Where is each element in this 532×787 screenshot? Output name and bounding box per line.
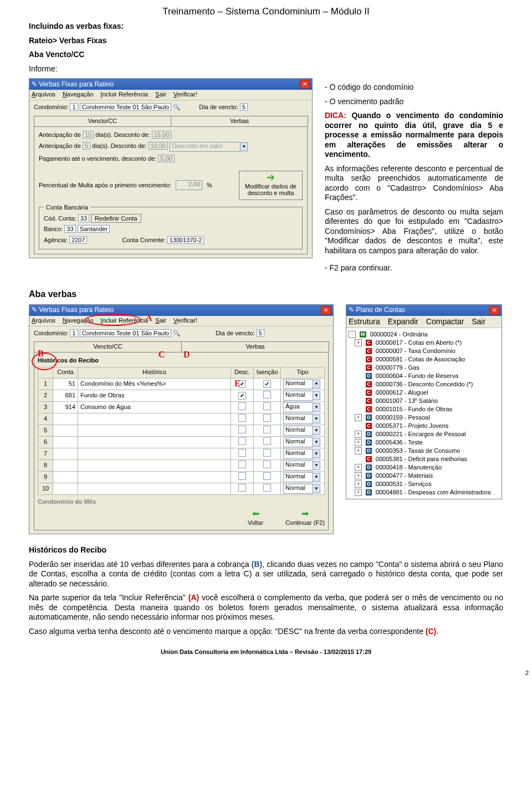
select-tipo[interactable]: Normal▼	[283, 437, 320, 447]
menu-incluir-referencia[interactable]: Incluir Referência	[101, 91, 149, 98]
expand-icon[interactable]: +	[355, 481, 362, 488]
tree-item[interactable]: D 00000604 - Fundo de Reserva	[349, 372, 499, 380]
checkbox-desc[interactable]	[238, 461, 246, 468]
select-tipo[interactable]: Normal▼	[283, 449, 320, 459]
table-row[interactable]: 3914Consumo de AguaÁgua▼	[38, 401, 325, 413]
table-row[interactable]: 5Normal▼	[38, 425, 325, 436]
table-row[interactable]: 4Normal▼	[38, 413, 325, 425]
checkbox-isencao[interactable]	[263, 426, 271, 433]
input-banco-nome[interactable]: Santander	[78, 225, 110, 233]
menu-compactar[interactable]: Compactar	[426, 317, 464, 326]
search-icon[interactable]: 🔍	[173, 330, 181, 336]
tree-item[interactable]: C 00000736 - Desconto Concedido (*)	[349, 380, 499, 389]
input-condominio-code[interactable]: 1	[70, 103, 78, 111]
checkbox-isencao[interactable]	[263, 414, 271, 422]
table-row[interactable]: 7Normal▼	[38, 448, 325, 459]
tab-verbas[interactable]: Verbas	[181, 341, 329, 352]
input-agencia[interactable]: 2207	[69, 236, 87, 244]
button-continuar[interactable]: ➡Continuar (F2)	[285, 508, 325, 527]
expand-icon[interactable]: +	[355, 339, 362, 346]
tree-item[interactable]: + D 00005436 - Teste	[349, 438, 499, 447]
checkbox-desc[interactable]	[238, 472, 246, 480]
tree-item[interactable]: - M 00000024 - Ordinária	[349, 330, 499, 339]
search-icon[interactable]: 🔍	[173, 104, 181, 110]
checkbox-isencao[interactable]	[263, 437, 271, 445]
button-redefinir-conta[interactable]: Redefinir Conta	[91, 214, 141, 223]
menu-verificar[interactable]: Verificar!	[173, 317, 197, 324]
menu-arquivos[interactable]: Arquivos	[32, 91, 55, 98]
input-dia-vencto[interactable]: 5	[240, 103, 248, 111]
checkbox-desc[interactable]	[238, 449, 246, 457]
tree-item[interactable]: + D 00000531 - Serviços	[349, 480, 499, 488]
tree-item[interactable]: + D 00004881 - Despesas com Administrado…	[349, 488, 499, 497]
menu-expandir[interactable]: Expandir	[388, 317, 418, 326]
close-icon[interactable]: ✕	[300, 80, 310, 89]
table-row[interactable]: 6Normal▼	[38, 436, 325, 448]
menu-sair[interactable]: Sair	[472, 317, 485, 326]
checkbox-desc[interactable]	[238, 437, 246, 445]
input-banco-cod[interactable]: 33	[64, 225, 75, 233]
menu-navegacao[interactable]: Navegação	[63, 91, 94, 98]
tree-item[interactable]: C 00000007 - Taxa Condomínio	[349, 347, 499, 355]
checkbox-desc[interactable]	[238, 484, 246, 492]
checkbox-isencao[interactable]	[263, 391, 271, 398]
expand-icon[interactable]: +	[355, 447, 362, 454]
button-voltar[interactable]: ⬅Voltar	[248, 508, 263, 527]
input-dia-vencto[interactable]: 5	[257, 329, 264, 337]
input-condominio-nome[interactable]: Condomínio Teste 01 São Paulo	[80, 103, 172, 111]
menu-sair[interactable]: Sair	[155, 91, 166, 98]
tree-item[interactable]: + D 00000418 - Manutenção	[349, 463, 499, 472]
expand-icon[interactable]: +	[355, 489, 362, 496]
checkbox-isencao[interactable]	[263, 461, 271, 468]
checkbox-isencao[interactable]: ✔	[263, 380, 271, 388]
expand-icon[interactable]: +	[355, 464, 362, 471]
input-condominio-code[interactable]: 1	[70, 329, 78, 337]
button-modificar-desconto-multa[interactable]: ➔ Modificar dados dedesconto e multa	[239, 171, 303, 200]
table-row[interactable]: 8Normal▼	[38, 459, 325, 471]
checkbox-isencao[interactable]	[263, 449, 271, 457]
input-conta-corrente[interactable]: 13001370-2	[167, 236, 204, 244]
tree-item[interactable]: + D 00000477 - Materiais	[349, 472, 499, 480]
checkbox-isencao[interactable]	[263, 402, 271, 410]
table-row[interactable]: 2681Fundo de Obras✔Normal▼	[38, 390, 325, 401]
tree-item[interactable]: C 00001007 - 13º Salário	[349, 397, 499, 405]
select-tipo[interactable]: Normal▼	[283, 472, 320, 482]
tree-item[interactable]: C 00000612 - Aluguel	[349, 389, 499, 397]
select-tipo[interactable]: Normal▼	[283, 484, 320, 494]
input-condominio-nome[interactable]: Condomínio Teste 01 São Paulo	[80, 329, 172, 337]
input-cod-conta[interactable]: 33	[78, 214, 89, 222]
select-tipo[interactable]: Normal▼	[283, 461, 320, 471]
select-tipo[interactable]: Normal▼	[283, 391, 320, 401]
tree-item[interactable]: C 00005381 - Deficit para melhorias	[349, 455, 499, 463]
menu-sair[interactable]: Sair	[155, 317, 166, 324]
select-desconto-em-valor[interactable]: Desconto em valor▼	[170, 142, 248, 152]
expand-icon[interactable]: +	[355, 431, 362, 438]
table-row[interactable]: 9Normal▼	[38, 471, 325, 483]
expand-icon[interactable]: -	[349, 331, 356, 338]
checkbox-isencao[interactable]	[263, 484, 271, 492]
tree-item[interactable]: C 00000591 - Cotas de Associação	[349, 355, 499, 364]
checkbox-desc[interactable]	[238, 402, 246, 410]
select-tipo[interactable]: Normal▼	[283, 379, 320, 389]
menu-arquivos[interactable]: Arquivos	[32, 317, 55, 324]
checkbox-desc[interactable]: ✔	[238, 392, 246, 400]
tree-item[interactable]: C 00000779 - Gas	[349, 364, 499, 372]
close-icon[interactable]: ✕	[321, 306, 331, 315]
menu-estrutura[interactable]: Estrutura	[349, 317, 380, 326]
select-tipo[interactable]: Normal▼	[283, 414, 320, 424]
table-row[interactable]: 10Normal▼	[38, 483, 325, 494]
checkbox-isencao[interactable]	[263, 472, 271, 480]
tree-item[interactable]: + D 00000159 - Pessoal	[349, 413, 499, 422]
select-tipo[interactable]: Água▼	[283, 402, 320, 412]
expand-icon[interactable]: +	[355, 439, 362, 446]
menu-verificar[interactable]: Verificar!	[173, 91, 197, 98]
tree-item[interactable]: C 00005371 - Projeto Jovens	[349, 422, 499, 430]
checkbox-desc[interactable]	[238, 426, 246, 433]
expand-icon[interactable]: +	[355, 472, 362, 479]
expand-icon[interactable]: +	[355, 414, 362, 421]
tree-item[interactable]: + D 00000221 - Encargos de Pessoal	[349, 430, 499, 438]
table-row[interactable]: 151Condomínio do Mês <%mes%>✔✔Normal▼	[38, 378, 325, 390]
tree-item[interactable]: + D 00000353 - Taxas de Consumo	[349, 447, 499, 455]
tree-item[interactable]: C 00001015 - Fundo de Obras	[349, 405, 499, 413]
tab-verbas[interactable]: Verbas	[171, 116, 308, 126]
